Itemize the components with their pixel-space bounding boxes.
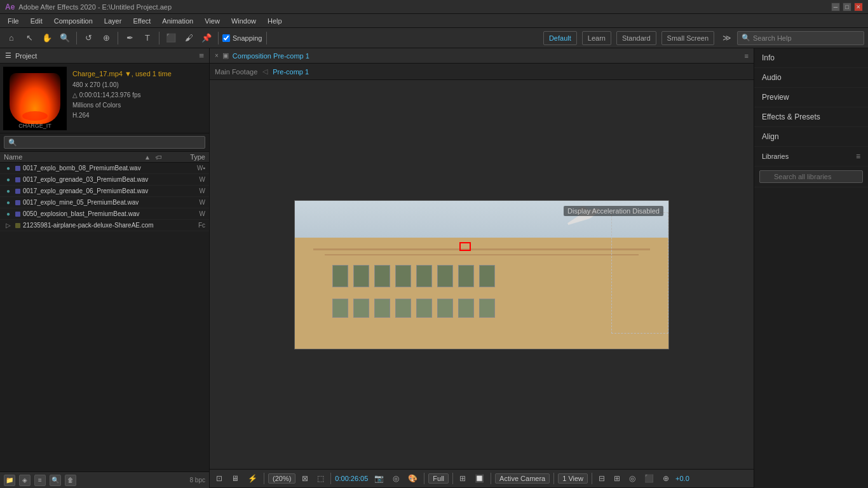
comp-menu-icon[interactable]: ≡ [745,52,749,60]
menu-file[interactable]: File [3,16,24,26]
menu-effect[interactable]: Effect [128,16,156,26]
menu-bar: File Edit Composition Layer Effect Anima… [0,14,868,28]
viewer-display-mode[interactable]: 🖥 [229,473,241,484]
zoom-selector[interactable]: (20%) [268,473,295,484]
info-panel-item[interactable]: Info [754,48,868,68]
toolbar: ⌂ ↖ ✋ 🔍 ↺ ⊕ ✒ T ⬛ 🖌 📌 Snapping Default L… [0,28,868,48]
composition-header: × ▣ Composition Pre-comp 1 ≡ [210,48,754,64]
show-snapshot[interactable]: ◎ [390,473,402,484]
libraries-label: Libraries [762,152,789,160]
close-button[interactable]: ✕ [854,3,863,11]
workspace-default[interactable]: Default [543,31,577,45]
select-tool[interactable]: ↖ [22,30,37,46]
col-type-header: Type [167,153,205,161]
text-tool[interactable]: T [140,30,155,46]
project-title: Project [15,52,37,60]
quality-selector[interactable]: Full [428,473,449,484]
folder-icon: ▷ [4,221,13,230]
snapping-checkbox[interactable] [222,34,230,42]
shape-tool[interactable]: ⬛ [163,30,179,46]
preview-filename: Charge_17.mp4 ▼, used 1 time [72,69,207,80]
resolution-toggle[interactable]: 🔲 [472,473,487,484]
reset-exposure[interactable]: ◎ [627,473,638,484]
display-acceleration-label: Display Acceleration Disabled [564,206,663,216]
vc-sep3 [424,473,424,484]
project-list-header: Name ▲ 🏷 Type [0,152,209,163]
libraries-search-area [754,166,868,187]
color-picker[interactable]: 🎨 [405,473,420,484]
take-snapshot[interactable]: 📷 [372,473,386,484]
file-icon: ● [4,198,13,207]
pen-tool[interactable]: ✒ [122,30,137,46]
exposure-adjust[interactable]: ⬛ [642,473,656,484]
preview-dimensions: 480 x 270 (1.00) [72,80,207,90]
menu-composition[interactable]: Composition [49,16,98,26]
menu-view[interactable]: View [200,16,225,26]
workspace-standard[interactable]: Standard [616,31,656,45]
menu-layer[interactable]: Layer [99,16,127,26]
render-options[interactable]: ⊞ [611,473,623,484]
sort-icon[interactable]: ▲ [144,154,151,161]
trash-button[interactable]: 🗑 [65,475,76,486]
project-search-input[interactable] [4,136,205,149]
align-panel-item[interactable]: Align [754,127,868,147]
menu-help[interactable]: Help [262,16,287,26]
list-item[interactable]: ● 0017_explo_mine_05_PremiumBeat.wav W [0,197,209,208]
project-menu[interactable]: ≡ [199,51,204,60]
libraries-search-input[interactable] [759,170,863,183]
home-button[interactable]: ⌂ [4,30,19,46]
libraries-header[interactable]: Libraries ≡ [754,147,868,166]
search-help[interactable]: 🔍 Search Help [737,31,864,45]
new-folder-button[interactable]: 📁 [4,475,15,486]
windows-row1 [332,265,495,287]
file-icon: ● [4,187,13,196]
list-item[interactable]: ● 0017_explo_bomb_08_PremiumBeat.wav W▪ [0,163,209,174]
audio-panel-item[interactable]: Audio [754,68,868,88]
footage-nav-main[interactable]: Main Footage [215,68,257,76]
fit-comp[interactable]: ⊠ [299,473,311,484]
workspace-learn[interactable]: Learn [582,31,611,45]
minimize-button[interactable]: ─ [831,3,840,11]
rotate-tool[interactable]: ↺ [81,30,96,46]
camera-selector[interactable]: Active Camera [495,473,550,484]
viewer-fast-preview[interactable]: ⚡ [245,473,260,484]
puppet-tool[interactable]: 📌 [199,30,214,46]
list-item[interactable]: ● 0050_explosion_blast_PremiumBeat.wav W [0,208,209,220]
list-item[interactable]: ● 0017_explo_grenade_03_PremiumBeat.wav … [0,174,209,186]
transparency-grid[interactable]: ⊞ [457,473,468,484]
title-bar-controls[interactable]: ─ □ ✕ [831,3,863,11]
current-time-display[interactable]: 0:00:26:05 [335,475,368,482]
comp-tab-label[interactable]: Composition Pre-comp 1 [233,52,309,60]
hand-tool[interactable]: ✋ [39,30,55,46]
workspace-more[interactable]: ≫ [719,30,735,46]
comp-close-x[interactable]: × [215,52,219,59]
list-item[interactable]: ● 0017_explo_grenade_06_PremiumBeat.wav … [0,186,209,197]
preview-panel-item[interactable]: Preview [754,88,868,107]
list-item[interactable]: ▷ 21235981-airplane-pack-deluxe-ShareAE.… [0,220,209,231]
item-filename: 21235981-airplane-pack-deluxe-ShareAE.co… [23,222,177,229]
new-item-button[interactable]: ≡ [34,475,46,486]
libraries-menu-icon[interactable]: ≡ [856,152,860,161]
maximize-button[interactable]: □ [843,3,851,11]
viewer-always-preview[interactable]: ⊡ [214,473,225,484]
menu-window[interactable]: Window [226,16,261,26]
main-layout: ☰ Project ≡ CHARGE_IT Charge_17.mp4 ▼, u… [0,48,868,488]
region-interest[interactable]: ⬚ [315,473,327,484]
menu-edit[interactable]: Edit [25,16,48,26]
camera-orbit[interactable]: ⊕ [98,30,114,46]
effects-presets-panel-item[interactable]: Effects & Presets [754,107,868,127]
workspace-small-screen[interactable]: Small Screen [661,31,714,45]
zoom-tool[interactable]: 🔍 [57,30,72,46]
toggle-3d[interactable]: ⊟ [596,473,607,484]
footage-nav-precomp[interactable]: Pre-comp 1 [273,68,309,76]
vc-sep5 [491,473,491,484]
composition-viewer: Display Acceleration Disabled [210,80,754,469]
item-color [15,177,20,182]
search-project-button[interactable]: 🔍 [50,475,61,486]
exposure-value[interactable]: ⊕ [660,473,672,484]
new-comp-button[interactable]: ◈ [19,475,31,486]
menu-animation[interactable]: Animation [157,16,198,26]
snapping-area: Snapping [222,34,262,42]
brush-tool[interactable]: 🖌 [181,30,196,46]
views-selector[interactable]: 1 View [558,473,588,484]
